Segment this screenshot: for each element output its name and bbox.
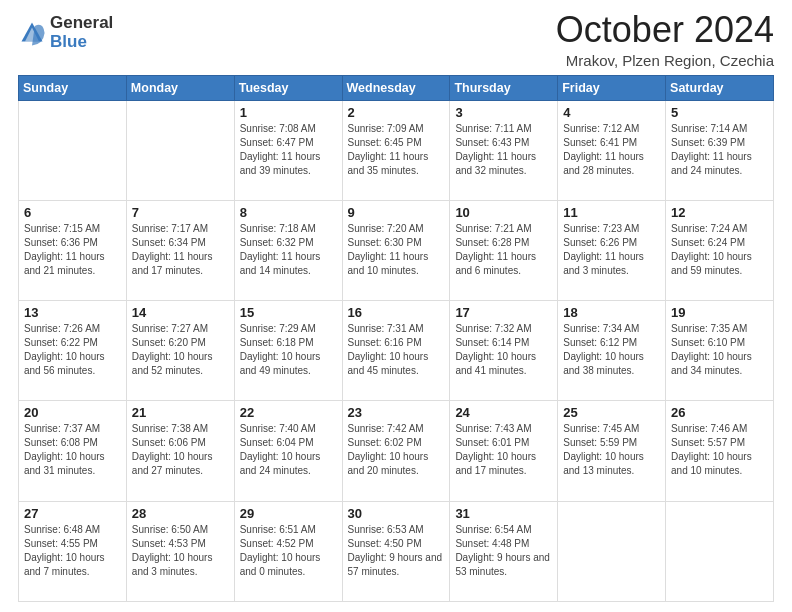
calendar-cell: 15Sunrise: 7:29 AM Sunset: 6:18 PM Dayli… [234, 301, 342, 401]
day-detail: Sunrise: 6:50 AM Sunset: 4:53 PM Dayligh… [132, 523, 229, 579]
day-number: 25 [563, 405, 660, 420]
day-detail: Sunrise: 7:14 AM Sunset: 6:39 PM Dayligh… [671, 122, 768, 178]
calendar-cell: 29Sunrise: 6:51 AM Sunset: 4:52 PM Dayli… [234, 501, 342, 601]
calendar-cell: 24Sunrise: 7:43 AM Sunset: 6:01 PM Dayli… [450, 401, 558, 501]
calendar-week-5: 27Sunrise: 6:48 AM Sunset: 4:55 PM Dayli… [19, 501, 774, 601]
day-number: 10 [455, 205, 552, 220]
day-detail: Sunrise: 7:11 AM Sunset: 6:43 PM Dayligh… [455, 122, 552, 178]
day-number: 22 [240, 405, 337, 420]
calendar-cell: 12Sunrise: 7:24 AM Sunset: 6:24 PM Dayli… [666, 200, 774, 300]
calendar-cell: 22Sunrise: 7:40 AM Sunset: 6:04 PM Dayli… [234, 401, 342, 501]
weekday-header-saturday: Saturday [666, 75, 774, 100]
day-detail: Sunrise: 7:42 AM Sunset: 6:02 PM Dayligh… [348, 422, 445, 478]
calendar-week-3: 13Sunrise: 7:26 AM Sunset: 6:22 PM Dayli… [19, 301, 774, 401]
day-number: 5 [671, 105, 768, 120]
day-detail: Sunrise: 7:46 AM Sunset: 5:57 PM Dayligh… [671, 422, 768, 478]
calendar-cell: 31Sunrise: 6:54 AM Sunset: 4:48 PM Dayli… [450, 501, 558, 601]
calendar-header: SundayMondayTuesdayWednesdayThursdayFrid… [19, 75, 774, 100]
calendar-cell: 8Sunrise: 7:18 AM Sunset: 6:32 PM Daylig… [234, 200, 342, 300]
day-detail: Sunrise: 7:32 AM Sunset: 6:14 PM Dayligh… [455, 322, 552, 378]
calendar-cell: 5Sunrise: 7:14 AM Sunset: 6:39 PM Daylig… [666, 100, 774, 200]
day-detail: Sunrise: 7:27 AM Sunset: 6:20 PM Dayligh… [132, 322, 229, 378]
day-number: 28 [132, 506, 229, 521]
calendar-cell: 11Sunrise: 7:23 AM Sunset: 6:26 PM Dayli… [558, 200, 666, 300]
weekday-header-friday: Friday [558, 75, 666, 100]
calendar-body: 1Sunrise: 7:08 AM Sunset: 6:47 PM Daylig… [19, 100, 774, 601]
day-detail: Sunrise: 7:38 AM Sunset: 6:06 PM Dayligh… [132, 422, 229, 478]
calendar-week-1: 1Sunrise: 7:08 AM Sunset: 6:47 PM Daylig… [19, 100, 774, 200]
calendar-cell: 9Sunrise: 7:20 AM Sunset: 6:30 PM Daylig… [342, 200, 450, 300]
day-number: 21 [132, 405, 229, 420]
calendar-cell: 19Sunrise: 7:35 AM Sunset: 6:10 PM Dayli… [666, 301, 774, 401]
day-detail: Sunrise: 7:23 AM Sunset: 6:26 PM Dayligh… [563, 222, 660, 278]
day-detail: Sunrise: 7:37 AM Sunset: 6:08 PM Dayligh… [24, 422, 121, 478]
day-number: 31 [455, 506, 552, 521]
day-detail: Sunrise: 6:54 AM Sunset: 4:48 PM Dayligh… [455, 523, 552, 579]
day-number: 19 [671, 305, 768, 320]
day-number: 4 [563, 105, 660, 120]
day-detail: Sunrise: 7:29 AM Sunset: 6:18 PM Dayligh… [240, 322, 337, 378]
day-number: 9 [348, 205, 445, 220]
calendar-table: SundayMondayTuesdayWednesdayThursdayFrid… [18, 75, 774, 602]
header: General Blue October 2024 Mrakov, Plzen … [18, 10, 774, 69]
day-detail: Sunrise: 7:31 AM Sunset: 6:16 PM Dayligh… [348, 322, 445, 378]
day-number: 15 [240, 305, 337, 320]
title-location: Mrakov, Plzen Region, Czechia [556, 52, 774, 69]
calendar-cell: 6Sunrise: 7:15 AM Sunset: 6:36 PM Daylig… [19, 200, 127, 300]
day-detail: Sunrise: 7:21 AM Sunset: 6:28 PM Dayligh… [455, 222, 552, 278]
day-number: 17 [455, 305, 552, 320]
day-number: 12 [671, 205, 768, 220]
weekday-header-thursday: Thursday [450, 75, 558, 100]
page: General Blue October 2024 Mrakov, Plzen … [0, 0, 792, 612]
day-detail: Sunrise: 7:34 AM Sunset: 6:12 PM Dayligh… [563, 322, 660, 378]
calendar-cell: 28Sunrise: 6:50 AM Sunset: 4:53 PM Dayli… [126, 501, 234, 601]
day-detail: Sunrise: 6:53 AM Sunset: 4:50 PM Dayligh… [348, 523, 445, 579]
day-number: 18 [563, 305, 660, 320]
calendar-week-4: 20Sunrise: 7:37 AM Sunset: 6:08 PM Dayli… [19, 401, 774, 501]
day-detail: Sunrise: 7:35 AM Sunset: 6:10 PM Dayligh… [671, 322, 768, 378]
calendar-cell: 17Sunrise: 7:32 AM Sunset: 6:14 PM Dayli… [450, 301, 558, 401]
calendar-cell [558, 501, 666, 601]
day-number: 29 [240, 506, 337, 521]
logo-blue: Blue [50, 33, 113, 52]
weekday-header-sunday: Sunday [19, 75, 127, 100]
title-block: October 2024 Mrakov, Plzen Region, Czech… [556, 10, 774, 69]
day-number: 13 [24, 305, 121, 320]
day-number: 2 [348, 105, 445, 120]
day-detail: Sunrise: 7:45 AM Sunset: 5:59 PM Dayligh… [563, 422, 660, 478]
calendar-cell: 26Sunrise: 7:46 AM Sunset: 5:57 PM Dayli… [666, 401, 774, 501]
calendar-cell: 2Sunrise: 7:09 AM Sunset: 6:45 PM Daylig… [342, 100, 450, 200]
day-number: 20 [24, 405, 121, 420]
day-detail: Sunrise: 7:18 AM Sunset: 6:32 PM Dayligh… [240, 222, 337, 278]
calendar-cell: 23Sunrise: 7:42 AM Sunset: 6:02 PM Dayli… [342, 401, 450, 501]
day-detail: Sunrise: 7:43 AM Sunset: 6:01 PM Dayligh… [455, 422, 552, 478]
calendar-cell [19, 100, 127, 200]
day-detail: Sunrise: 7:40 AM Sunset: 6:04 PM Dayligh… [240, 422, 337, 478]
calendar-cell: 7Sunrise: 7:17 AM Sunset: 6:34 PM Daylig… [126, 200, 234, 300]
calendar-cell: 1Sunrise: 7:08 AM Sunset: 6:47 PM Daylig… [234, 100, 342, 200]
calendar-cell: 3Sunrise: 7:11 AM Sunset: 6:43 PM Daylig… [450, 100, 558, 200]
day-number: 7 [132, 205, 229, 220]
day-number: 26 [671, 405, 768, 420]
calendar-cell: 21Sunrise: 7:38 AM Sunset: 6:06 PM Dayli… [126, 401, 234, 501]
day-detail: Sunrise: 6:48 AM Sunset: 4:55 PM Dayligh… [24, 523, 121, 579]
calendar-cell: 25Sunrise: 7:45 AM Sunset: 5:59 PM Dayli… [558, 401, 666, 501]
calendar-cell: 30Sunrise: 6:53 AM Sunset: 4:50 PM Dayli… [342, 501, 450, 601]
calendar-cell: 20Sunrise: 7:37 AM Sunset: 6:08 PM Dayli… [19, 401, 127, 501]
day-detail: Sunrise: 6:51 AM Sunset: 4:52 PM Dayligh… [240, 523, 337, 579]
day-number: 14 [132, 305, 229, 320]
day-number: 23 [348, 405, 445, 420]
weekday-header-tuesday: Tuesday [234, 75, 342, 100]
logo-icon [18, 19, 46, 47]
logo-general: General [50, 14, 113, 33]
day-number: 6 [24, 205, 121, 220]
day-detail: Sunrise: 7:09 AM Sunset: 6:45 PM Dayligh… [348, 122, 445, 178]
weekday-header-wednesday: Wednesday [342, 75, 450, 100]
day-detail: Sunrise: 7:08 AM Sunset: 6:47 PM Dayligh… [240, 122, 337, 178]
calendar-cell: 27Sunrise: 6:48 AM Sunset: 4:55 PM Dayli… [19, 501, 127, 601]
day-number: 27 [24, 506, 121, 521]
day-number: 1 [240, 105, 337, 120]
calendar-cell: 4Sunrise: 7:12 AM Sunset: 6:41 PM Daylig… [558, 100, 666, 200]
logo: General Blue [18, 14, 113, 51]
day-detail: Sunrise: 7:12 AM Sunset: 6:41 PM Dayligh… [563, 122, 660, 178]
